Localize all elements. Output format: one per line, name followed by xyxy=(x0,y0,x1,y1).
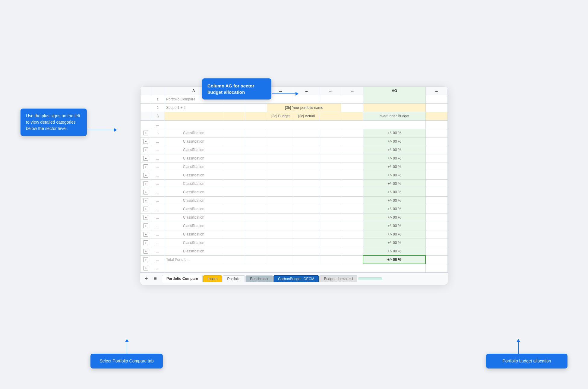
row3-col-a xyxy=(164,112,223,120)
total-value[interactable]: +/- 00 % xyxy=(363,255,425,264)
row5-d6 xyxy=(341,129,363,137)
row5-d3 xyxy=(267,129,294,137)
tab-extra[interactable] xyxy=(358,277,382,280)
col-plus-header xyxy=(141,87,151,95)
row2-d6 xyxy=(341,103,363,112)
row3-d6 xyxy=(341,112,363,120)
row5-d1 xyxy=(223,129,245,137)
budget-header: [3c] Budget xyxy=(267,112,294,120)
row1-plus xyxy=(141,95,151,103)
row-dots: ... xyxy=(141,120,448,129)
spreadsheet-wrapper: A ... ... ... ... ... ... AG ... 1 Portf… xyxy=(140,87,448,285)
main-container: A ... ... ... ... ... ... AG ... 1 Portf… xyxy=(0,0,588,389)
row2-ag xyxy=(363,103,425,112)
dr1-value: +/- 00 % xyxy=(363,137,425,146)
row2-col-a: Scope 1 + 2 xyxy=(164,103,223,112)
row5-num: 5 xyxy=(151,129,164,137)
row2-plus xyxy=(141,103,151,112)
row5-d2 xyxy=(245,129,267,137)
total-row: + ... Total Portofo... +/- 00 % xyxy=(141,255,448,264)
tab-portfolio[interactable]: Portfolio xyxy=(223,275,245,282)
data-row-14: + ... Classification +/- 00 % xyxy=(141,247,448,255)
dr1-class: Classification xyxy=(164,137,223,146)
row1-d5 xyxy=(319,95,341,103)
tab-menu-button[interactable]: ≡ xyxy=(152,275,159,282)
data-row-9: + ... Classification +/- 00 % xyxy=(141,205,448,213)
tab-add-button[interactable]: + xyxy=(143,275,150,282)
row1-ag xyxy=(363,95,425,103)
actual-header: [3c] Actual xyxy=(294,112,319,120)
portfolio-budget-arrowhead xyxy=(517,339,520,342)
portfolio-name-cell: [3b] Your portfolio name xyxy=(267,103,341,112)
portfolio-budget-arrow-line xyxy=(518,341,519,356)
row1-d6 xyxy=(341,95,363,103)
data-row-8: + ... Classification +/- 00 % xyxy=(141,196,448,205)
data-row-7: + ... Classification +/- 00 % xyxy=(141,188,448,196)
dots-num: ... xyxy=(151,120,164,129)
over-under-header: over/under Budget xyxy=(363,112,425,120)
callout-ag-column: Column AG for sector budget allocation xyxy=(202,78,271,100)
spreadsheet-table: A ... ... ... ... ... ... AG ... 1 Portf… xyxy=(140,87,448,273)
dots-ag xyxy=(425,120,447,129)
total-label: Total Portofo... xyxy=(164,255,223,264)
dots-content xyxy=(164,120,426,129)
col-dots5-header: ... xyxy=(319,87,341,95)
row3-d2 xyxy=(245,112,267,120)
row5-d7 xyxy=(425,129,447,137)
row5-class: Classification xyxy=(164,129,223,137)
data-row-11: + ... Classification +/- 00 % xyxy=(141,222,448,230)
tab-portfolio-compare[interactable]: Portfolio Compare xyxy=(162,275,203,283)
row2-d7 xyxy=(425,103,447,112)
row3-plus xyxy=(141,112,151,120)
row1-d4 xyxy=(294,95,319,103)
row5-plus[interactable]: + xyxy=(141,129,151,137)
tab-carbon-budget[interactable]: CarbonBudget_OECM xyxy=(273,275,319,282)
data-row-12: + ... Classification +/- 00 % xyxy=(141,230,448,239)
sheet-tabs: + ≡ Portfolio Compare Inputs Portfolio B… xyxy=(140,273,448,285)
row5-value: +/- 00 % xyxy=(363,129,425,137)
row1-d7 xyxy=(425,95,447,103)
data-row-1: + ... Classification +/- 00 % xyxy=(141,137,448,146)
tab-benchmark[interactable]: Benchmark xyxy=(245,275,273,282)
tab-budget-formatted[interactable]: Budget_formatted xyxy=(319,275,357,282)
callout-portfolio-budget: Portfolio budget allocation xyxy=(486,354,567,368)
row5-d5 xyxy=(319,129,341,137)
final-dots-row: + ... xyxy=(141,264,448,272)
row3-num: 3 xyxy=(151,112,164,120)
row2-d1 xyxy=(223,103,245,112)
row-3: 3 [3c] Budget [3c] Actual over/under Bud… xyxy=(141,112,448,120)
left-callout-arrowhead xyxy=(114,128,117,132)
col-dots7-header: ... xyxy=(425,87,447,95)
row3-d5 xyxy=(319,112,341,120)
col-dots6-header: ... xyxy=(341,87,363,95)
data-row-5: + ... Classification +/- 00 % xyxy=(141,171,448,179)
row-1: 1 Portfolio Compare xyxy=(141,95,448,103)
row3-d7 xyxy=(425,112,447,120)
row1-num: 1 xyxy=(151,95,164,103)
row2-d2 xyxy=(245,103,267,112)
row-2: 2 Scope 1 + 2 [3b] Your portfolio name xyxy=(141,103,448,112)
row-5: + 5 Classification +/- 00 % xyxy=(141,129,448,137)
data-row-3: + ... Classification +/- 00 % xyxy=(141,154,448,163)
dots-plus xyxy=(141,120,151,129)
data-row-4: + ... Classification +/- 00 % xyxy=(141,163,448,171)
col-ag-header: AG xyxy=(363,87,425,95)
left-callout-arrow-line xyxy=(87,130,115,130)
row5-d4 xyxy=(294,129,319,137)
tab-controls: + ≡ xyxy=(143,275,159,282)
ag-callout-arrowhead xyxy=(296,92,299,96)
row2-num: 2 xyxy=(151,103,164,112)
data-row-2: + ... Classification +/- 00 % xyxy=(141,146,448,154)
data-row-6: + ... Classification +/- 00 % xyxy=(141,179,448,188)
tab-callout-arrowhead xyxy=(125,339,129,342)
data-row-13: + ... Classification +/- 00 % xyxy=(141,239,448,247)
callout-plus-signs: Use the plus signs on the left to view d… xyxy=(21,109,87,136)
tab-inputs[interactable]: Inputs xyxy=(203,275,222,282)
tab-callout-arrow-line xyxy=(127,341,127,356)
row3-d1 xyxy=(223,112,245,120)
data-row-10: + ... Classification +/- 00 % xyxy=(141,213,448,222)
dr1-plus[interactable]: + xyxy=(141,137,151,146)
ag-callout-arrow-line xyxy=(272,93,296,94)
col-rownum-header xyxy=(151,87,164,95)
dr1-num: ... xyxy=(151,137,164,146)
